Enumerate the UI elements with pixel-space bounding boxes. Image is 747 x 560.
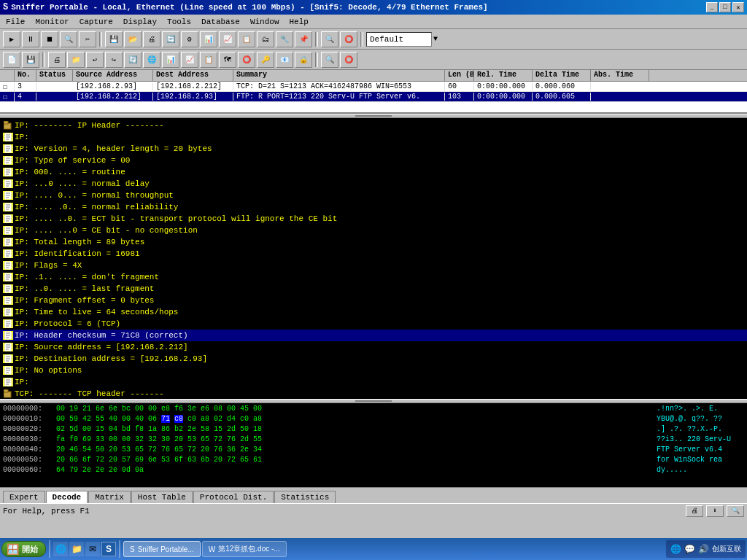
decode-line[interactable]: IP: .... ...0 = CE bit - no congestion	[0, 225, 747, 236]
row-len-1: 103	[445, 93, 474, 101]
decode-line[interactable]: IP: No options	[0, 365, 747, 376]
decode-line[interactable]: IP:	[0, 131, 747, 143]
status-bar: For Help, press F1 🖨 ⬇ 🔍	[0, 503, 747, 518]
toolbar2-btn-15[interactable]: 📧	[276, 52, 293, 68]
decode-line[interactable]: IP: Version = 4, header length = 20 byte…	[0, 143, 747, 155]
row-check-0[interactable]: ☐	[0, 82, 15, 91]
toolbar2-btn-7[interactable]: 🔄	[124, 52, 142, 68]
systray-volume: 🔊	[698, 544, 709, 555]
toolbar-btn-11[interactable]: 📊	[200, 31, 217, 47]
decode-line[interactable]: IP: Time to live = 64 seconds/hops	[0, 306, 747, 318]
maximize-button[interactable]: □	[719, 2, 731, 12]
menu-tools[interactable]: Tools	[163, 16, 196, 28]
menu-file[interactable]: File	[1, 16, 29, 28]
decode-line[interactable]: IP: ..0. .... = last fragment	[0, 283, 747, 295]
toolbar2-btn-2[interactable]: 💾	[22, 52, 39, 68]
toolbar-btn-3[interactable]: ⏹	[41, 31, 58, 47]
toolbar-btn-18[interactable]: ⭕	[340, 31, 357, 47]
decode-line[interactable]: IP: 000. .... = routine	[0, 166, 747, 178]
toolbar-btn-12[interactable]: 📈	[219, 31, 236, 47]
toolbar2-btn-8[interactable]: 🌐	[143, 52, 160, 68]
tab-decode[interactable]: Decode	[46, 491, 88, 503]
decode-panel[interactable]: IP: -------- IP Header --------IP:IP: Ve…	[0, 118, 747, 399]
toolbar2-btn-12[interactable]: 🗺	[219, 52, 236, 68]
menu-display[interactable]: Display	[119, 16, 161, 28]
status-icon-3[interactable]: 🔍	[727, 505, 744, 517]
menu-database[interactable]: Database	[197, 16, 244, 28]
toolbar2-btn-10[interactable]: 📈	[181, 52, 198, 68]
minimize-button[interactable]: _	[706, 2, 718, 12]
decode-line[interactable]: IP: Protocol = 6 (TCP)	[0, 318, 747, 330]
quicklaunch-ie[interactable]: 🌐	[53, 542, 68, 556]
decode-line[interactable]: IP: .1.. .... = don't fragment	[0, 271, 747, 283]
decode-line[interactable]: IP: ...0 .... = normal delay	[0, 178, 747, 190]
toolbar-btn-5[interactable]: ✂	[79, 31, 96, 47]
toolbar2-btn-17[interactable]: 🔍	[321, 52, 338, 68]
table-row[interactable]: ☐ 3 [192.168.2.93] [192.168.2.212] TCP: …	[0, 82, 747, 92]
decode-line[interactable]: IP: .... ..0. = ECT bit - transport prot…	[0, 213, 747, 225]
toolbar2-btn-3[interactable]: 🖨	[48, 52, 66, 68]
toolbar2-btn-11[interactable]: 📋	[200, 52, 217, 68]
toolbar-btn-4[interactable]: 🔍	[60, 31, 77, 47]
status-icon-2[interactable]: ⬇	[706, 505, 724, 517]
decode-line[interactable]: IP: Type of service = 00	[0, 155, 747, 166]
toolbar-btn-9[interactable]: 🔄	[162, 31, 179, 47]
tab-statistics[interactable]: Statistics	[274, 491, 336, 503]
decode-line[interactable]: IP: Fragment offset = 0 bytes	[0, 295, 747, 306]
toolbar2-btn-18[interactable]: ⭕	[340, 52, 357, 68]
decode-line[interactable]: IP: -------- IP Header --------	[0, 120, 747, 131]
toolbar2-btn-9[interactable]: 📊	[162, 52, 179, 68]
toolbar-btn-13[interactable]: 📋	[238, 31, 255, 47]
tab-protocol-dist[interactable]: Protocol Dist.	[193, 491, 274, 503]
toolbar-btn-15[interactable]: 🔧	[276, 31, 293, 47]
toolbar2-btn-5[interactable]: ↩	[86, 52, 104, 68]
toolbar-btn-14[interactable]: 🗂	[257, 31, 274, 47]
toolbar2-btn-1[interactable]: 📄	[3, 52, 20, 68]
decode-line-text: IP: -------- IP Header --------	[15, 121, 164, 130]
decode-line[interactable]: IP: .... 0... = normal throughput	[0, 190, 747, 201]
toolbar2-btn-16[interactable]: 🔒	[295, 52, 312, 68]
dropdown-arrow[interactable]: ▼	[433, 35, 438, 43]
quicklaunch-mail[interactable]: ✉	[85, 542, 100, 556]
decode-line[interactable]: IP: Destination address = [192.168.2.93]	[0, 353, 747, 365]
toolbar-btn-10[interactable]: ⚙	[181, 31, 198, 47]
tab-expert[interactable]: Expert	[3, 491, 45, 503]
tab-host-table[interactable]: Host Table	[131, 491, 193, 503]
menu-monitor[interactable]: Monitor	[31, 16, 73, 28]
toolbar-btn-6[interactable]: 💾	[105, 31, 123, 47]
taskbar-sniffer-btn[interactable]: S Sniffer Portable...	[123, 541, 201, 557]
tab-matrix[interactable]: Matrix	[88, 491, 131, 503]
quicklaunch-sniffer[interactable]: S	[101, 542, 116, 556]
decode-line[interactable]: IP: .... .0.. = normal reliability	[0, 201, 747, 213]
taskbar-separator-2	[119, 540, 120, 558]
quicklaunch-folder[interactable]: 📁	[69, 542, 84, 556]
decode-line[interactable]: IP: Total length = 89 bytes	[0, 236, 747, 248]
decode-line[interactable]: IP: Identification = 16981	[0, 248, 747, 260]
toolbar-btn-1[interactable]: ▶	[3, 31, 20, 47]
toolbar-btn-2[interactable]: ⏸	[22, 31, 39, 47]
toolbar-btn-16[interactable]: 📌	[295, 31, 312, 47]
taskbar-separator	[49, 540, 50, 558]
menu-capture[interactable]: Capture	[75, 16, 117, 28]
toolbar2-btn-6[interactable]: ↪	[105, 52, 123, 68]
menu-help[interactable]: Help	[285, 16, 313, 28]
decode-line[interactable]: IP:	[0, 376, 747, 388]
decode-line[interactable]: IP: Flags = 4X	[0, 260, 747, 271]
taskbar-word-btn[interactable]: W 第12章抓包.doc -...	[202, 541, 287, 557]
table-row[interactable]: ☐ 4 [192.168.2.212] [192.168.2.93] FTP: …	[0, 92, 747, 102]
status-icon-1[interactable]: 🖨	[686, 505, 703, 517]
toolbar-btn-7[interactable]: 📂	[124, 31, 142, 47]
menu-window[interactable]: Window	[246, 16, 284, 28]
start-button[interactable]: 🪟 開始	[1, 541, 46, 557]
toolbar2-btn-4[interactable]: 📁	[67, 52, 85, 68]
row-check-1[interactable]: ☐	[0, 93, 15, 101]
toolbar2-btn-13[interactable]: ⭕	[238, 52, 255, 68]
decode-line[interactable]: IP: Source address = [192.168.2.212]	[0, 341, 747, 353]
toolbar2-btn-14[interactable]: 🔑	[257, 52, 274, 68]
profile-dropdown[interactable]: Default	[366, 32, 432, 47]
decode-line[interactable]: TCP: ------- TCP header -------	[0, 388, 747, 399]
toolbar-btn-8[interactable]: 🖨	[143, 31, 160, 47]
toolbar-btn-17[interactable]: 🔍	[321, 31, 338, 47]
decode-line[interactable]: IP: Header checksum = 71C8 (correct)	[0, 330, 747, 341]
close-button[interactable]: ✕	[732, 2, 744, 12]
